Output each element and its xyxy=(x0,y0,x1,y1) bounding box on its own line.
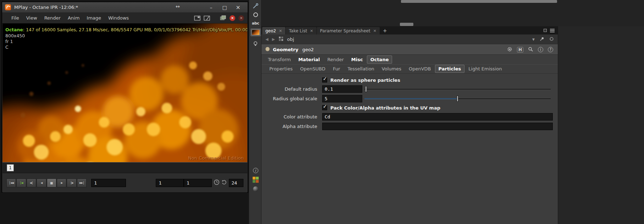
light-bulb-icon[interactable] xyxy=(249,39,262,48)
pack-color-alpha-checkbox[interactable]: ✓ xyxy=(322,105,327,110)
new-tab-button[interactable]: + xyxy=(380,26,390,34)
tab-opensubd[interactable]: OpenSUBD xyxy=(297,65,329,73)
jump-start-button[interactable]: |◀◀ xyxy=(6,178,16,187)
range-end-field[interactable]: 1 xyxy=(184,179,212,187)
tab-volumes[interactable]: Volumes xyxy=(378,65,405,73)
pane-menu-icon[interactable] xyxy=(550,28,555,33)
abort-render-button[interactable]: × xyxy=(230,15,235,21)
tab-particles[interactable]: Particles xyxy=(435,65,465,73)
sequence-icon[interactable] xyxy=(220,15,226,21)
alpha-attribute-field[interactable] xyxy=(322,123,553,130)
tab-transform[interactable]: Transform xyxy=(264,55,295,64)
stop-button[interactable]: ■ xyxy=(47,178,56,187)
link-icon[interactable] xyxy=(549,37,554,42)
tab-misc[interactable]: Misc xyxy=(348,55,367,64)
fps-field[interactable]: 24 xyxy=(229,179,243,187)
circle-select-icon[interactable] xyxy=(249,10,262,19)
tab-fur[interactable]: Fur xyxy=(329,65,343,73)
play-from-start-button[interactable]: |◀ xyxy=(16,178,26,187)
hscript-icon[interactable]: H xyxy=(517,47,523,53)
render-as-sphere-checkbox[interactable]: ✓ xyxy=(322,78,327,82)
pin-icon[interactable] xyxy=(540,37,544,42)
layout-single-icon[interactable] xyxy=(194,16,200,21)
display-sphere-icon[interactable] xyxy=(249,184,262,193)
pane-maximize-icon[interactable] xyxy=(544,29,547,32)
checkmark-icon: ✓ xyxy=(323,104,327,109)
node-name-field[interactable]: geo2 xyxy=(302,47,314,52)
close-tab-icon[interactable]: × xyxy=(279,28,282,33)
gear-icon[interactable] xyxy=(507,47,512,53)
desktop: MPlay - Octane IPR -12:06:* ↔ – □ × File… xyxy=(0,0,644,224)
forward-icon[interactable]: ▶ xyxy=(272,37,275,42)
loop-icon[interactable] xyxy=(221,179,227,186)
radius-global-scale-slider[interactable] xyxy=(364,94,551,103)
timeline-frame-marker[interactable]: 1 xyxy=(7,164,14,171)
menu-image[interactable]: Image xyxy=(83,14,105,22)
default-radius-field[interactable]: 0.1 xyxy=(322,85,362,93)
render-image xyxy=(2,23,247,162)
clock-icon[interactable] xyxy=(214,179,220,186)
menu-windows[interactable]: Windows xyxy=(105,14,132,22)
mplay-titlebar[interactable]: MPlay - Octane IPR -12:06:* ↔ – □ × xyxy=(2,2,248,13)
network-icon xyxy=(279,36,284,42)
maximize-button[interactable]: □ xyxy=(218,2,231,12)
render-stats-overlay: Octane: 147 of 16000 Samples, 27.18 Ms/s… xyxy=(5,27,247,32)
param-label: Default radius xyxy=(262,86,322,92)
pane-tab-geo2[interactable]: geo2 × xyxy=(262,27,285,34)
window-title: MPlay - Octane IPR -12:06:* xyxy=(14,5,78,10)
close-button[interactable]: × xyxy=(231,2,245,12)
range-start-field[interactable]: 1 xyxy=(156,179,184,187)
default-radius-slider[interactable] xyxy=(364,84,551,94)
tool-icon[interactable] xyxy=(249,1,262,11)
radius-global-scale-field[interactable]: 5 xyxy=(322,95,362,102)
color-attribute-field[interactable]: Cd xyxy=(322,113,553,121)
menu-view[interactable]: View xyxy=(23,14,41,22)
play-button[interactable]: ▶ xyxy=(57,178,66,187)
text-abc-icon[interactable]: abc xyxy=(249,18,262,28)
color-palette-icon[interactable] xyxy=(249,175,262,184)
pane-tab-take-list[interactable]: Take List × xyxy=(286,27,317,34)
play-reverse-button[interactable]: ◀ xyxy=(37,178,46,187)
geometry-node-icon xyxy=(265,46,270,53)
small-scrollbar[interactable] xyxy=(400,23,413,26)
param-label: Alpha attribute xyxy=(262,124,322,129)
render-viewport[interactable]: Octane: 147 of 16000 Samples, 27.18 Ms/s… xyxy=(2,23,247,162)
toggle-label: Pack Color/Alpha attributes in the UV ma… xyxy=(330,105,440,111)
menu-anim[interactable]: Anim xyxy=(64,14,83,22)
current-frame-field[interactable]: 1 xyxy=(91,179,126,187)
toggle-label: Render as sphere particles xyxy=(330,78,400,83)
tab-octane[interactable]: Octane xyxy=(367,55,392,64)
pane-tab-parameter-spreadsheet[interactable]: Parameter Spreadsheet × xyxy=(317,27,380,34)
jump-end-button[interactable]: ▶▶| xyxy=(77,178,87,187)
tab-material[interactable]: Material xyxy=(295,55,324,64)
param-pack-color-alpha: ✓ Pack Color/Alpha attributes in the UV … xyxy=(262,103,558,112)
mplay-menubar: File View Render Anim Image Windows × × xyxy=(2,13,248,23)
close-tab-icon[interactable]: × xyxy=(310,28,313,33)
tab-light-emission[interactable]: Light Emission xyxy=(465,65,505,73)
timeline-bar[interactable]: 1 xyxy=(2,162,247,173)
search-icon[interactable] xyxy=(528,47,533,53)
close-tab-icon[interactable]: × xyxy=(373,28,376,33)
layout-split-icon[interactable] xyxy=(204,16,210,21)
back-icon[interactable]: ◀ xyxy=(265,37,268,42)
info-circle-icon[interactable]: i xyxy=(538,47,543,52)
tab-properties[interactable]: Properties xyxy=(266,65,296,73)
menu-render[interactable]: Render xyxy=(41,14,64,22)
menu-file[interactable]: File xyxy=(8,14,23,22)
info-icon[interactable]: i xyxy=(249,166,262,175)
param-label: Radius global scale xyxy=(262,96,322,101)
step-forward-button[interactable]: |▶ xyxy=(67,178,76,187)
breadcrumb[interactable]: obj xyxy=(287,37,294,42)
tab-openvdb[interactable]: OpenVDB xyxy=(405,65,435,73)
plane-overlay: C xyxy=(5,44,9,50)
watermark: Non Commercial Edition xyxy=(188,155,244,161)
horizontal-scrollbar[interactable] xyxy=(401,0,557,3)
snapshot-thumbnail-icon[interactable] xyxy=(249,27,262,38)
help-circle-icon[interactable]: ? xyxy=(548,47,553,52)
chevron-down-icon[interactable]: ▼ xyxy=(532,38,535,41)
tab-tessellation[interactable]: Tessellation xyxy=(344,65,378,73)
tab-render[interactable]: Render xyxy=(324,55,347,64)
mplay-window: MPlay - Octane IPR -12:06:* ↔ – □ × File… xyxy=(2,2,248,192)
minimize-button[interactable]: – xyxy=(204,2,218,12)
step-back-button[interactable]: ◀| xyxy=(27,178,36,187)
